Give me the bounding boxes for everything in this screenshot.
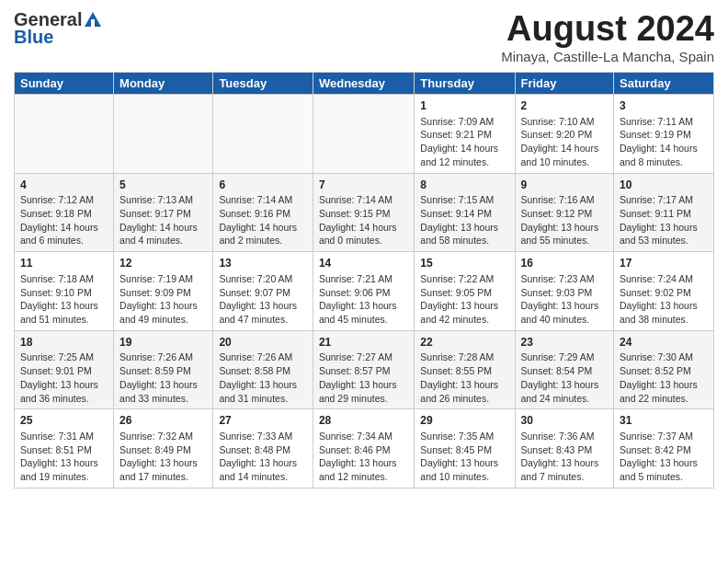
calendar-cell xyxy=(213,95,313,174)
day-number: 12 xyxy=(119,256,207,271)
day-number: 22 xyxy=(420,335,508,350)
day-info: Sunrise: 7:17 AM Sunset: 9:11 PM Dayligh… xyxy=(620,194,698,246)
day-info: Sunrise: 7:18 AM Sunset: 9:10 PM Dayligh… xyxy=(20,273,98,325)
day-info: Sunrise: 7:13 AM Sunset: 9:17 PM Dayligh… xyxy=(119,194,198,246)
calendar-cell: 12Sunrise: 7:19 AM Sunset: 9:09 PM Dayli… xyxy=(114,252,213,331)
day-info: Sunrise: 7:14 AM Sunset: 9:15 PM Dayligh… xyxy=(319,194,397,246)
calendar-cell: 15Sunrise: 7:22 AM Sunset: 9:05 PM Dayli… xyxy=(415,252,515,331)
calendar-cell: 2Sunrise: 7:10 AM Sunset: 9:20 PM Daylig… xyxy=(515,95,614,174)
day-info: Sunrise: 7:33 AM Sunset: 8:48 PM Dayligh… xyxy=(219,431,297,482)
day-number: 1 xyxy=(420,98,508,114)
day-info: Sunrise: 7:23 AM Sunset: 9:03 PM Dayligh… xyxy=(521,273,599,325)
calendar-cell: 13Sunrise: 7:20 AM Sunset: 9:07 PM Dayli… xyxy=(213,252,313,331)
day-info: Sunrise: 7:14 AM Sunset: 9:16 PM Dayligh… xyxy=(219,194,297,246)
day-info: Sunrise: 7:25 AM Sunset: 9:01 PM Dayligh… xyxy=(20,351,98,403)
calendar-cell: 7Sunrise: 7:14 AM Sunset: 9:15 PM Daylig… xyxy=(313,173,414,252)
day-info: Sunrise: 7:30 AM Sunset: 8:52 PM Dayligh… xyxy=(620,351,698,403)
calendar-cell: 26Sunrise: 7:32 AM Sunset: 8:49 PM Dayli… xyxy=(114,409,213,488)
day-number: 18 xyxy=(20,335,108,350)
day-number: 21 xyxy=(319,335,408,350)
day-info: Sunrise: 7:15 AM Sunset: 9:14 PM Dayligh… xyxy=(420,194,498,246)
day-of-week-header: Sunday xyxy=(15,73,114,95)
day-number: 5 xyxy=(119,178,207,193)
day-number: 9 xyxy=(521,178,609,193)
calendar-cell: 5Sunrise: 7:13 AM Sunset: 9:17 PM Daylig… xyxy=(114,173,213,252)
day-of-week-header: Wednesday xyxy=(313,73,414,95)
day-number: 29 xyxy=(420,413,508,429)
day-number: 8 xyxy=(420,178,508,193)
day-info: Sunrise: 7:26 AM Sunset: 8:59 PM Dayligh… xyxy=(119,351,198,403)
day-info: Sunrise: 7:20 AM Sunset: 9:07 PM Dayligh… xyxy=(219,273,297,325)
logo-blue-text: Blue xyxy=(14,27,104,48)
calendar-cell: 14Sunrise: 7:21 AM Sunset: 9:06 PM Dayli… xyxy=(313,252,414,331)
calendar-cell: 8Sunrise: 7:15 AM Sunset: 9:14 PM Daylig… xyxy=(415,173,515,252)
calendar-cell: 20Sunrise: 7:26 AM Sunset: 8:58 PM Dayli… xyxy=(213,330,313,409)
month-year-title: August 2024 xyxy=(501,9,714,49)
calendar-week-row: 18Sunrise: 7:25 AM Sunset: 9:01 PM Dayli… xyxy=(15,330,714,409)
calendar-cell: 28Sunrise: 7:34 AM Sunset: 8:46 PM Dayli… xyxy=(313,409,414,488)
day-info: Sunrise: 7:26 AM Sunset: 8:58 PM Dayligh… xyxy=(219,351,297,403)
day-number: 19 xyxy=(119,335,207,350)
day-number: 15 xyxy=(420,256,508,271)
calendar-week-row: 11Sunrise: 7:18 AM Sunset: 9:10 PM Dayli… xyxy=(15,252,714,331)
calendar-cell: 29Sunrise: 7:35 AM Sunset: 8:45 PM Dayli… xyxy=(415,409,515,488)
day-info: Sunrise: 7:10 AM Sunset: 9:20 PM Dayligh… xyxy=(521,116,599,167)
day-number: 11 xyxy=(20,256,108,271)
day-of-week-header: Saturday xyxy=(614,73,714,95)
day-of-week-header: Thursday xyxy=(415,73,515,95)
day-info: Sunrise: 7:32 AM Sunset: 8:49 PM Dayligh… xyxy=(119,431,198,482)
day-number: 24 xyxy=(620,335,708,350)
calendar-table: SundayMondayTuesdayWednesdayThursdayFrid… xyxy=(14,72,714,488)
day-number: 2 xyxy=(521,98,609,114)
logo: General Blue xyxy=(14,9,104,48)
calendar-cell: 10Sunrise: 7:17 AM Sunset: 9:11 PM Dayli… xyxy=(614,173,714,252)
day-info: Sunrise: 7:16 AM Sunset: 9:12 PM Dayligh… xyxy=(521,194,599,246)
day-number: 27 xyxy=(219,413,307,429)
day-info: Sunrise: 7:11 AM Sunset: 9:19 PM Dayligh… xyxy=(620,116,698,167)
calendar-week-row: 25Sunrise: 7:31 AM Sunset: 8:51 PM Dayli… xyxy=(15,409,714,488)
day-number: 25 xyxy=(20,413,108,429)
location-text: Minaya, Castille-La Mancha, Spain xyxy=(501,49,714,64)
day-number: 23 xyxy=(521,335,609,350)
calendar-cell: 11Sunrise: 7:18 AM Sunset: 9:10 PM Dayli… xyxy=(15,252,114,331)
day-number: 4 xyxy=(20,178,108,193)
day-info: Sunrise: 7:31 AM Sunset: 8:51 PM Dayligh… xyxy=(20,431,98,482)
day-info: Sunrise: 7:12 AM Sunset: 9:18 PM Dayligh… xyxy=(20,194,98,246)
day-info: Sunrise: 7:09 AM Sunset: 9:21 PM Dayligh… xyxy=(420,116,498,167)
day-number: 3 xyxy=(620,98,708,114)
calendar-week-row: 4Sunrise: 7:12 AM Sunset: 9:18 PM Daylig… xyxy=(15,173,714,252)
day-of-week-header: Friday xyxy=(515,73,614,95)
day-info: Sunrise: 7:19 AM Sunset: 9:09 PM Dayligh… xyxy=(119,273,198,325)
day-info: Sunrise: 7:36 AM Sunset: 8:43 PM Dayligh… xyxy=(521,431,599,482)
day-number: 20 xyxy=(219,335,307,350)
day-info: Sunrise: 7:29 AM Sunset: 8:54 PM Dayligh… xyxy=(521,351,599,403)
calendar-cell: 4Sunrise: 7:12 AM Sunset: 9:18 PM Daylig… xyxy=(15,173,114,252)
svg-rect-1 xyxy=(91,19,95,27)
day-info: Sunrise: 7:27 AM Sunset: 8:57 PM Dayligh… xyxy=(319,351,397,403)
calendar-header-row: SundayMondayTuesdayWednesdayThursdayFrid… xyxy=(15,73,714,95)
calendar-cell: 19Sunrise: 7:26 AM Sunset: 8:59 PM Dayli… xyxy=(114,330,213,409)
calendar-cell: 23Sunrise: 7:29 AM Sunset: 8:54 PM Dayli… xyxy=(515,330,614,409)
calendar-cell: 31Sunrise: 7:37 AM Sunset: 8:42 PM Dayli… xyxy=(614,409,714,488)
day-info: Sunrise: 7:37 AM Sunset: 8:42 PM Dayligh… xyxy=(620,431,698,482)
calendar-cell xyxy=(114,95,213,174)
calendar-cell: 18Sunrise: 7:25 AM Sunset: 9:01 PM Dayli… xyxy=(15,330,114,409)
calendar-cell: 24Sunrise: 7:30 AM Sunset: 8:52 PM Dayli… xyxy=(614,330,714,409)
calendar-cell: 25Sunrise: 7:31 AM Sunset: 8:51 PM Dayli… xyxy=(15,409,114,488)
title-section: August 2024 Minaya, Castille-La Mancha, … xyxy=(501,9,714,64)
day-number: 26 xyxy=(119,413,207,429)
calendar-cell: 27Sunrise: 7:33 AM Sunset: 8:48 PM Dayli… xyxy=(213,409,313,488)
day-info: Sunrise: 7:35 AM Sunset: 8:45 PM Dayligh… xyxy=(420,431,498,482)
day-number: 14 xyxy=(319,256,408,271)
day-info: Sunrise: 7:34 AM Sunset: 8:46 PM Dayligh… xyxy=(319,431,397,482)
calendar-cell: 16Sunrise: 7:23 AM Sunset: 9:03 PM Dayli… xyxy=(515,252,614,331)
day-info: Sunrise: 7:28 AM Sunset: 8:55 PM Dayligh… xyxy=(420,351,498,403)
calendar-cell xyxy=(15,95,114,174)
day-info: Sunrise: 7:21 AM Sunset: 9:06 PM Dayligh… xyxy=(319,273,397,325)
day-info: Sunrise: 7:22 AM Sunset: 9:05 PM Dayligh… xyxy=(420,273,498,325)
calendar-cell xyxy=(313,95,414,174)
day-number: 13 xyxy=(219,256,307,271)
day-number: 6 xyxy=(219,178,307,193)
calendar-cell: 21Sunrise: 7:27 AM Sunset: 8:57 PM Dayli… xyxy=(313,330,414,409)
calendar-cell: 3Sunrise: 7:11 AM Sunset: 9:19 PM Daylig… xyxy=(614,95,714,174)
